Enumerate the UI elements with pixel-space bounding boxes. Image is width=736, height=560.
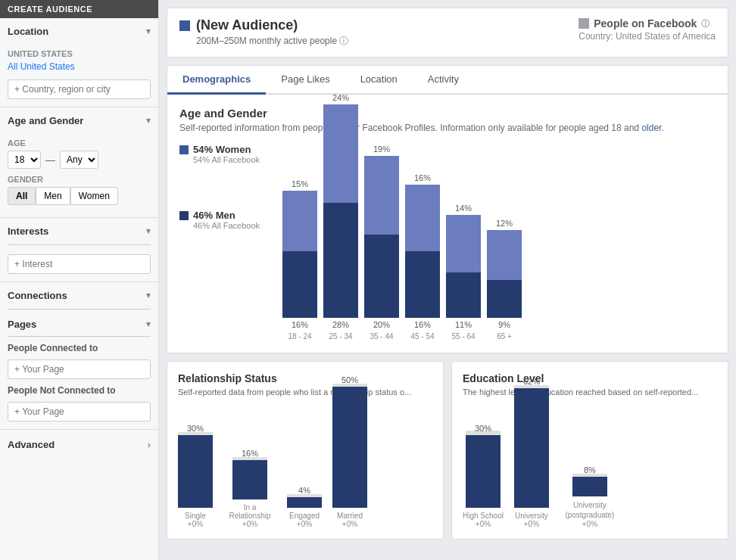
bar-university: 62% University +0% <box>514 377 549 528</box>
tab-page-likes[interactable]: Page Likes <box>266 66 345 95</box>
sidebar-title: CREATE AUDIENCE <box>0 0 158 18</box>
audience-color-indicator <box>179 20 190 31</box>
men-bar-35-44 <box>364 235 399 318</box>
post-plus: +0% <box>582 520 597 528</box>
men-bar-18-24 <box>282 251 317 318</box>
age-label-25-34: 25 - 34 <box>329 332 352 341</box>
bar-group-18-24: 15% 16% 18 - 24 <box>282 179 317 341</box>
women-bar-65-plus <box>487 230 522 280</box>
relationship-chart: 30% Single +0% 16% <box>178 407 432 528</box>
age-gender-section-header[interactable]: Age and Gender ▾ <box>0 107 158 134</box>
women-bar-45-54 <box>405 185 440 251</box>
audience-count: 200M–250M monthly active people ⓘ <box>196 35 348 48</box>
education-subtitle: The highest level of education reached b… <box>463 387 717 397</box>
relationship-plus: +0% <box>242 520 257 528</box>
bar-engaged: 4% Engaged +0% <box>287 486 322 528</box>
hs-label: High School <box>463 512 504 520</box>
relationship-title: Relationship Status <box>178 372 432 384</box>
age-from-select[interactable]: 182125 <box>8 151 41 169</box>
interest-input[interactable] <box>8 254 151 274</box>
women-bar-35-44 <box>364 156 399 235</box>
gender-all-button[interactable]: All <box>8 187 36 205</box>
sidebar-section-connections: Connections ▾ Pages ▾ People Connected t… <box>0 282 158 430</box>
women-bar-18-24 <box>282 191 317 251</box>
sidebar-section-interests: Interests ▾ <box>0 218 158 282</box>
bars-group: 15% 16% 18 - 24 24% 28% <box>282 144 716 341</box>
single-plus: +0% <box>188 520 203 528</box>
age-gender-content: Age 182125 — Any243444 Gender All Men Wo… <box>0 138 158 217</box>
interests-section-header[interactable]: Interests ▾ <box>0 218 158 244</box>
connections-label: Connections <box>8 290 67 301</box>
sidebar-section-advanced[interactable]: Advanced › <box>0 430 158 459</box>
tab-activity[interactable]: Activity <box>413 66 474 95</box>
tab-location[interactable]: Location <box>345 66 413 95</box>
married-plus: +0% <box>342 520 357 528</box>
men-pct-55-64: 11% <box>455 320 472 329</box>
connected-input[interactable] <box>8 359 151 379</box>
bar-relationship: 16% In a Relationship +0% <box>223 449 276 528</box>
men-pct-25-34: 28% <box>332 320 349 329</box>
education-title: Education Level <box>463 372 717 384</box>
age-label-55-64: 55 - 64 <box>451 332 475 341</box>
engaged-plus: +0% <box>297 520 312 528</box>
tab-demographics[interactable]: Demographics <box>167 66 266 95</box>
bar-married: 50% Married +0% <box>332 375 367 528</box>
pages-header[interactable]: Pages ▾ <box>8 316 151 333</box>
gender-men-button[interactable]: Men <box>36 187 70 205</box>
gender-sublabel: Gender <box>8 175 151 184</box>
sidebar-section-age-gender: Age and Gender ▾ Age 182125 — Any243444 … <box>0 107 158 218</box>
location-section-header[interactable]: Location ▾ <box>0 18 158 45</box>
men-sub-label: 46% All Facebook <box>193 221 260 230</box>
info-icon: ⓘ <box>339 36 348 46</box>
audience-name: (New Audience) <box>196 17 298 33</box>
bar-single: 30% Single +0% <box>178 424 213 528</box>
relationship-label: In a Relationship <box>223 503 276 520</box>
engaged-bar-wrap <box>287 497 322 508</box>
fb-color-indicator <box>579 18 589 29</box>
bottom-charts-row: Relationship Status Self-reported data f… <box>167 361 728 540</box>
hs-bar-wrap <box>466 435 501 508</box>
gender-women-button[interactable]: Women <box>70 187 118 205</box>
uni-label: University <box>515 512 548 520</box>
men-pct-65-plus: 9% <box>498 320 510 329</box>
relationship-subtitle: Self-reported data from people who list … <box>178 387 432 397</box>
men-pct-45-54: 16% <box>414 320 431 329</box>
married-label: Married <box>337 512 363 520</box>
married-bar-wrap <box>332 387 367 508</box>
age-gender-chart: 54% Women 54% All Facebook 46% Men 46% A… <box>179 144 716 341</box>
men-pct-35-44: 20% <box>373 320 390 329</box>
main-tabs-card: Demographics Page Likes Location Activit… <box>167 65 728 353</box>
not-connected-input[interactable] <box>8 402 151 422</box>
men-bar-55-64 <box>446 272 481 318</box>
advanced-arrow-icon: › <box>148 439 151 450</box>
bar-group-35-44: 19% 20% 35 - 44 <box>364 145 399 341</box>
not-connected-label: People Not Connected to <box>8 385 151 396</box>
connections-content: Pages ▾ People Connected to People Not C… <box>0 309 158 429</box>
men-bar-45-54 <box>405 251 440 318</box>
location-input[interactable] <box>8 79 151 99</box>
men-color-dot <box>179 211 189 220</box>
uni-plus: +0% <box>524 520 539 528</box>
single-bar-wrap <box>178 435 213 508</box>
age-label-45-54: 45 - 54 <box>410 332 434 341</box>
age-to-select[interactable]: Any243444 <box>60 151 98 169</box>
legend-women: 54% Women 54% All Facebook <box>179 144 270 164</box>
legend-men: 46% Men 46% All Facebook <box>179 210 270 230</box>
age-label-65-plus: 65 + <box>497 332 512 341</box>
relationship-bar-navy <box>232 460 267 499</box>
people-on-fb-label: People on Facebook <box>594 17 697 30</box>
subtitle-link[interactable]: older. <box>641 123 663 133</box>
men-bar-65-plus <box>487 280 522 318</box>
pages-chevron-icon: ▾ <box>146 319 151 329</box>
connections-chevron-icon: ▾ <box>146 291 151 300</box>
main-content: (New Audience) 200M–250M monthly active … <box>159 0 736 560</box>
sidebar: CREATE AUDIENCE Location ▾ UNITED STATES… <box>0 0 159 560</box>
age-gender-chevron-icon: ▾ <box>146 116 151 126</box>
bar-high-school: 30% High School +0% <box>463 424 504 528</box>
advanced-label: Advanced <box>8 439 55 450</box>
connections-section-header[interactable]: Connections ▾ <box>0 282 158 309</box>
pages-label: Pages <box>8 319 36 330</box>
uni-bar-navy <box>514 388 549 508</box>
women-pct-65-plus: 12% <box>496 219 513 228</box>
connected-label: People Connected to <box>8 343 151 353</box>
